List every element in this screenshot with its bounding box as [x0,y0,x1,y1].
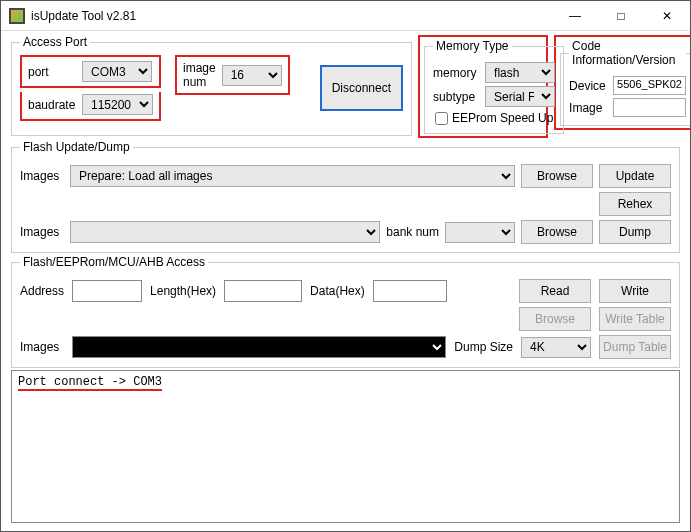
data-field[interactable] [373,280,447,302]
subtype-select[interactable]: Serial Flash [485,86,555,107]
image-label: Image [569,101,609,115]
access-group: Flash/EEPRom/MCU/AHB Access Address Leng… [11,255,680,368]
device-value: 5506_SPK02 [613,76,686,95]
baud-label: baudrate [28,98,76,112]
window-buttons: — □ ✕ [552,1,690,30]
memory-type-legend: Memory Type [433,39,511,53]
window-title: isUpdate Tool v2.81 [31,9,552,23]
access-port-group: Access Port port COM3 baudrate 115200 im… [11,35,412,136]
access-legend: Flash/EEPRom/MCU/AHB Access [20,255,208,269]
memory-label: memory [433,66,481,80]
flash-update-group: Flash Update/Dump Images Prepare: Load a… [11,140,680,253]
images-select[interactable]: Prepare: Load all images [70,165,515,187]
write-table-button: Write Table [599,307,671,331]
baud-select[interactable]: 115200 [82,94,153,115]
log-area[interactable]: Port connect -> COM3 [11,370,680,523]
port-label: port [28,65,76,79]
image-num-block: image num 16 [175,55,290,95]
close-button[interactable]: ✕ [644,1,690,30]
images-select-3[interactable] [72,336,446,358]
code-info-outline: Code Information/Version Device 5506_SPK… [554,35,691,130]
eeprom-speedup[interactable]: EEProm Speed Up [435,111,555,125]
images-select-2[interactable] [70,221,380,243]
data-label: Data(Hex) [310,284,365,298]
banknum-select[interactable] [445,222,515,243]
maximize-button[interactable]: □ [598,1,644,30]
code-info-group: Code Information/Version Device 5506_SPK… [560,39,691,126]
address-label: Address [20,284,64,298]
update-button[interactable]: Update [599,164,671,188]
subtype-label: subtype [433,90,481,104]
memory-select[interactable]: flash [485,62,555,83]
address-field[interactable] [72,280,142,302]
read-button[interactable]: Read [519,279,591,303]
images-label-3: Images [20,340,64,354]
minimize-button[interactable]: — [552,1,598,30]
browse-button-3: Browse [519,307,591,331]
image-value [613,98,686,117]
log-line: Port connect -> COM3 [18,375,162,391]
dumpsize-label: Dump Size [454,340,513,354]
access-port-legend: Access Port [20,35,90,49]
disconnect-button[interactable]: Disconnect [320,65,403,111]
port-block: port COM3 [20,55,161,88]
title-bar: isUpdate Tool v2.81 — □ ✕ [1,1,690,31]
port-select[interactable]: COM3 [82,61,152,82]
dump-table-button: Dump Table [599,335,671,359]
images-label-1: Images [20,169,64,183]
browse-button-1[interactable]: Browse [521,164,593,188]
device-label: Device [569,79,609,93]
memory-type-outline: Memory Type memory flash subtype Serial … [418,35,548,138]
image-num-label: image num [183,61,216,89]
code-info-legend: Code Information/Version [569,39,686,67]
length-label: Length(Hex) [150,284,216,298]
eeprom-label: EEProm Speed Up [452,111,553,125]
flash-update-legend: Flash Update/Dump [20,140,133,154]
browse-button-2[interactable]: Browse [521,220,593,244]
memory-type-group: Memory Type memory flash subtype Serial … [424,39,564,134]
write-button[interactable]: Write [599,279,671,303]
baud-block: baudrate 115200 [20,92,161,121]
dump-button[interactable]: Dump [599,220,671,244]
dumpsize-select[interactable]: 4K [521,337,591,358]
eeprom-checkbox[interactable] [435,112,448,125]
app-icon [9,8,25,24]
images-label-2: Images [20,225,64,239]
length-field[interactable] [224,280,302,302]
rehex-button[interactable]: Rehex [599,192,671,216]
image-num-select[interactable]: 16 [222,65,282,86]
banknum-label: bank num [386,225,439,239]
